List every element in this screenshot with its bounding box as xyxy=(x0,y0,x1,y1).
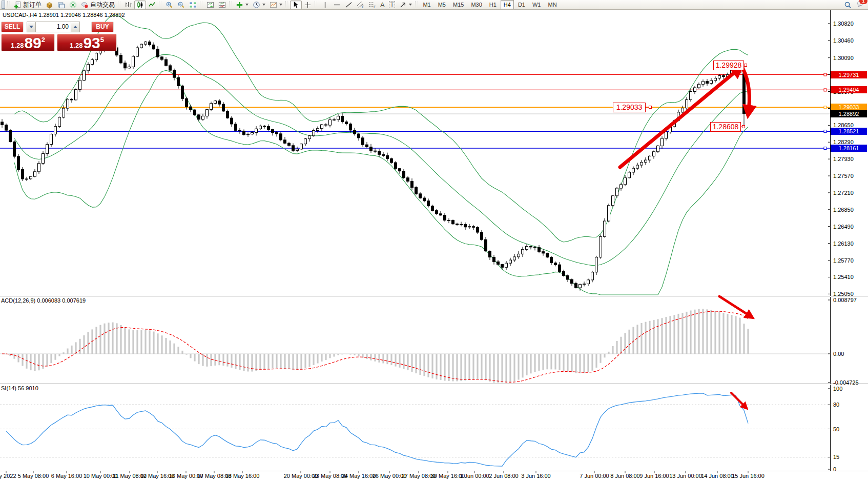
template-button[interactable] xyxy=(267,1,284,9)
add-indicator-button[interactable] xyxy=(234,1,251,9)
timeframe-h4[interactable]: H4 xyxy=(501,0,514,9)
macd-label: ACD(12,26,9) 0.006083 0.007619 xyxy=(1,297,86,304)
profile-button[interactable] xyxy=(55,1,67,9)
cursor-icon xyxy=(292,1,300,9)
horizontal-line-icon xyxy=(333,1,341,9)
volume-input[interactable]: 1.00 xyxy=(36,22,71,32)
search-icon xyxy=(844,1,852,9)
text-button[interactable]: A xyxy=(378,1,387,9)
timeframe-h1[interactable]: H1 xyxy=(486,0,500,9)
zoom-in-button[interactable] xyxy=(163,1,175,9)
rsi-label: SI(14) 56.9010 xyxy=(1,385,38,391)
sell-price-small: 1.28 xyxy=(11,42,24,49)
candlestick-chart-icon xyxy=(136,1,144,9)
timeframe-m5[interactable]: M5 xyxy=(435,0,449,9)
chevron-down-icon xyxy=(245,4,249,6)
volume-increase-button[interactable] xyxy=(71,22,80,32)
autotrade-button[interactable]: 自动交易 xyxy=(79,1,117,9)
clipped-icon xyxy=(2,1,5,9)
price-chart-canvas[interactable] xyxy=(0,0,868,481)
macd-signal-line xyxy=(2,311,748,382)
candlestick-chart-button[interactable] xyxy=(134,1,146,9)
horizontal-price-lines xyxy=(0,73,830,149)
vertical-line-button[interactable] xyxy=(319,1,331,9)
candles-layer xyxy=(1,40,750,290)
toolbar-grip[interactable] xyxy=(415,2,418,8)
horizontal-line-button[interactable] xyxy=(331,1,343,9)
bollinger-bands xyxy=(14,15,748,295)
svg-text:F: F xyxy=(374,5,376,9)
svg-text:E: E xyxy=(362,5,364,9)
toolbar-grip[interactable] xyxy=(118,2,120,8)
tile-windows-button[interactable] xyxy=(187,1,199,9)
toolbar-grip[interactable] xyxy=(159,2,161,8)
indicator-window-button[interactable] xyxy=(204,1,216,9)
indicator-window-icon xyxy=(206,1,214,9)
crosshair-button[interactable] xyxy=(302,1,314,9)
text-icon: A xyxy=(380,1,385,9)
timeframe-toolbar: M1M5M15M30H1H4D1W1MN xyxy=(420,0,560,9)
toolbar-grip[interactable] xyxy=(285,2,288,8)
period-clock-icon xyxy=(253,1,260,9)
toolbar-grip[interactable] xyxy=(229,2,232,8)
equidistant-channel-icon: E xyxy=(357,1,364,9)
notification-badge: 1 xyxy=(859,0,867,4)
zoom-in-icon xyxy=(166,1,173,9)
chevron-up-icon xyxy=(73,26,77,28)
rsi-line xyxy=(6,393,748,466)
signals-button[interactable] xyxy=(67,1,79,9)
line-chart-icon xyxy=(148,1,156,9)
shapes-button[interactable] xyxy=(397,1,414,9)
toolbar-grip[interactable] xyxy=(200,2,202,8)
trendline-button[interactable] xyxy=(343,1,355,9)
shapes-arrow-icon xyxy=(399,1,407,9)
fibonacci-button[interactable]: F xyxy=(366,1,378,9)
indicator-subwindow-icon xyxy=(218,1,226,9)
timeframe-m30[interactable]: M30 xyxy=(468,0,485,9)
fibonacci-icon: F xyxy=(368,1,376,9)
equidistant-channel-button[interactable]: E xyxy=(355,1,366,9)
macd-histogram xyxy=(2,309,748,383)
text-label-button[interactable]: T xyxy=(387,1,398,9)
line-chart-button[interactable] xyxy=(146,1,158,9)
zoom-out-button[interactable] xyxy=(175,1,187,9)
sell-price-panel[interactable]: 1.28 89 2 xyxy=(1,34,55,51)
search-button[interactable] xyxy=(842,1,854,9)
market-button[interactable] xyxy=(44,1,55,9)
bar-chart-button[interactable] xyxy=(122,1,134,9)
buy-price-big: 93 xyxy=(83,36,100,49)
buy-price-sup: 5 xyxy=(100,36,104,44)
signal-icon xyxy=(69,1,77,9)
toolbar-grip[interactable] xyxy=(315,2,317,8)
annotation-arrows xyxy=(620,64,752,409)
zoom-out-icon xyxy=(177,1,185,9)
timeframe-m15[interactable]: M15 xyxy=(450,0,467,9)
profile-window-icon xyxy=(57,1,65,9)
timeframe-m1[interactable]: M1 xyxy=(420,0,433,9)
buy-price-small: 1.28 xyxy=(70,42,82,49)
text-label-icon: T xyxy=(389,1,396,8)
chevron-down-icon xyxy=(29,26,33,28)
volume-decrease-button[interactable] xyxy=(27,22,36,32)
buy-button[interactable]: BUY xyxy=(91,22,114,32)
tile-windows-icon xyxy=(189,1,197,9)
market-cube-icon xyxy=(46,1,53,9)
cursor-button[interactable] xyxy=(290,1,302,9)
toolbar-grip[interactable] xyxy=(7,2,10,8)
timeframe-d1[interactable]: D1 xyxy=(515,0,528,9)
timeframe-mn[interactable]: MN xyxy=(545,0,560,9)
bar-chart-icon xyxy=(125,1,132,9)
sell-price-sup: 2 xyxy=(42,36,45,44)
indicator-subwindow-button[interactable] xyxy=(216,1,228,9)
chat-button[interactable]: 1 xyxy=(857,0,864,10)
timeframe-w1[interactable]: W1 xyxy=(529,0,544,9)
new-order-label: 新订单 xyxy=(23,1,42,9)
period-button[interactable] xyxy=(251,1,267,9)
sell-button[interactable]: SELL xyxy=(1,22,24,32)
chevron-down-icon xyxy=(279,4,282,6)
sell-price-big: 89 xyxy=(24,36,41,49)
chevron-down-icon xyxy=(262,4,265,6)
new-order-button[interactable]: 新订单 xyxy=(12,1,44,9)
terminal-window: 新订单 自动交易 xyxy=(0,0,868,481)
buy-price-panel[interactable]: 1.28 93 5 xyxy=(57,34,117,51)
